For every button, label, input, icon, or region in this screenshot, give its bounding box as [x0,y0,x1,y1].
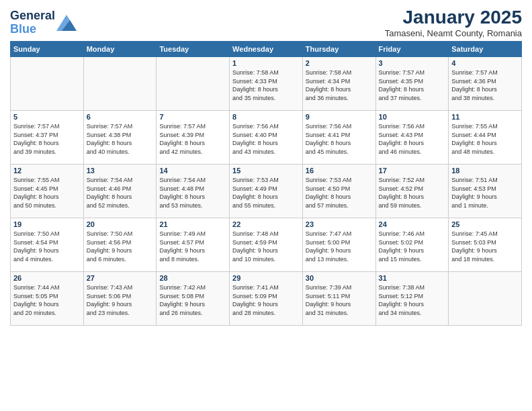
day-info: Sunrise: 7:46 AM Sunset: 5:02 PM Dayligh… [379,230,446,263]
day-info: Sunrise: 7:48 AM Sunset: 4:59 PM Dayligh… [232,230,300,263]
day-number: 29 [232,274,300,282]
logo: GeneralBlue [10,9,77,36]
calendar-cell: 5Sunrise: 7:57 AM Sunset: 4:37 PM Daylig… [11,111,84,165]
calendar-cell: 28Sunrise: 7:42 AM Sunset: 5:08 PM Dayli… [157,272,230,326]
day-info: Sunrise: 7:58 AM Sunset: 4:33 PM Dayligh… [232,68,300,102]
day-number: 15 [232,167,300,175]
calendar-cell: 9Sunrise: 7:56 AM Sunset: 4:41 PM Daylig… [302,111,375,165]
calendar-cell: 8Sunrise: 7:56 AM Sunset: 4:40 PM Daylig… [230,111,303,165]
title-area: January 2025 Tamaseni, Neamt County, Rom… [385,7,522,38]
day-info: Sunrise: 7:56 AM Sunset: 4:43 PM Dayligh… [379,122,446,156]
day-info: Sunrise: 7:54 AM Sunset: 4:48 PM Dayligh… [159,176,226,210]
day-number: 6 [87,113,154,121]
calendar-cell: 13Sunrise: 7:54 AM Sunset: 4:46 PM Dayli… [83,165,157,218]
calendar-cell: 21Sunrise: 7:49 AM Sunset: 4:57 PM Dayli… [157,218,230,272]
day-number: 5 [13,113,81,121]
calendar-cell: 24Sunrise: 7:46 AM Sunset: 5:02 PM Dayli… [375,218,449,272]
day-number: 9 [306,113,373,121]
day-number: 25 [451,220,519,228]
day-number: 30 [306,274,373,282]
day-number: 10 [379,113,446,121]
day-number: 22 [232,220,300,228]
day-number: 23 [306,220,373,228]
day-number: 1 [232,59,300,67]
calendar-cell: 7Sunrise: 7:57 AM Sunset: 4:39 PM Daylig… [157,111,230,165]
logo-icon [56,15,77,31]
day-info: Sunrise: 7:47 AM Sunset: 5:00 PM Dayligh… [306,230,373,263]
day-number: 8 [232,113,300,121]
day-number: 20 [87,220,154,228]
day-info: Sunrise: 7:51 AM Sunset: 4:53 PM Dayligh… [451,176,519,210]
page-container: GeneralBlue January 2025 Tamaseni, Neamt… [0,0,532,332]
calendar-header: SundayMondayTuesdayWednesdayThursdayFrid… [11,42,522,57]
day-number: 17 [379,167,446,175]
day-info: Sunrise: 7:50 AM Sunset: 4:56 PM Dayligh… [87,230,154,263]
calendar-cell: 2Sunrise: 7:58 AM Sunset: 4:34 PM Daylig… [302,57,375,111]
calendar-cell: 16Sunrise: 7:53 AM Sunset: 4:50 PM Dayli… [302,165,375,218]
weekday-header: Monday [83,42,157,57]
day-info: Sunrise: 7:49 AM Sunset: 4:57 PM Dayligh… [159,230,226,263]
day-number: 31 [379,274,446,282]
day-info: Sunrise: 7:44 AM Sunset: 5:05 PM Dayligh… [13,283,81,317]
calendar-cell [449,272,522,326]
day-info: Sunrise: 7:56 AM Sunset: 4:41 PM Dayligh… [306,122,373,156]
day-info: Sunrise: 7:57 AM Sunset: 4:35 PM Dayligh… [379,68,446,102]
day-number: 3 [379,59,446,67]
day-info: Sunrise: 7:50 AM Sunset: 4:54 PM Dayligh… [13,230,81,263]
calendar-cell: 20Sunrise: 7:50 AM Sunset: 4:56 PM Dayli… [83,218,157,272]
day-info: Sunrise: 7:57 AM Sunset: 4:38 PM Dayligh… [87,122,154,156]
calendar-week-row: 1Sunrise: 7:58 AM Sunset: 4:33 PM Daylig… [11,57,522,111]
day-info: Sunrise: 7:58 AM Sunset: 4:34 PM Dayligh… [306,68,373,102]
day-number: 26 [13,274,81,282]
calendar-cell: 18Sunrise: 7:51 AM Sunset: 4:53 PM Dayli… [449,165,522,218]
day-number: 19 [13,220,81,228]
day-info: Sunrise: 7:41 AM Sunset: 5:09 PM Dayligh… [232,283,300,317]
weekday-header: Tuesday [157,42,230,57]
calendar-cell: 14Sunrise: 7:54 AM Sunset: 4:48 PM Dayli… [157,165,230,218]
day-info: Sunrise: 7:38 AM Sunset: 5:12 PM Dayligh… [379,283,446,317]
calendar-cell [157,57,230,111]
day-number: 4 [451,59,519,67]
calendar-cell: 10Sunrise: 7:56 AM Sunset: 4:43 PM Dayli… [375,111,449,165]
calendar-cell: 6Sunrise: 7:57 AM Sunset: 4:38 PM Daylig… [83,111,157,165]
weekday-header: Wednesday [230,42,303,57]
calendar-cell: 4Sunrise: 7:57 AM Sunset: 4:36 PM Daylig… [449,57,522,111]
day-number: 16 [306,167,373,175]
calendar-cell: 22Sunrise: 7:48 AM Sunset: 4:59 PM Dayli… [230,218,303,272]
calendar-cell [11,57,84,111]
weekday-header: Saturday [449,42,522,57]
calendar-cell: 26Sunrise: 7:44 AM Sunset: 5:05 PM Dayli… [11,272,84,326]
location-subtitle: Tamaseni, Neamt County, Romania [385,28,522,38]
day-info: Sunrise: 7:42 AM Sunset: 5:08 PM Dayligh… [159,283,226,317]
day-info: Sunrise: 7:55 AM Sunset: 4:45 PM Dayligh… [13,176,81,210]
calendar-week-row: 5Sunrise: 7:57 AM Sunset: 4:37 PM Daylig… [11,111,522,165]
day-info: Sunrise: 7:53 AM Sunset: 4:50 PM Dayligh… [306,176,373,210]
weekday-header: Sunday [11,42,84,57]
weekday-header: Friday [375,42,449,57]
calendar-cell: 29Sunrise: 7:41 AM Sunset: 5:09 PM Dayli… [230,272,303,326]
day-info: Sunrise: 7:57 AM Sunset: 4:39 PM Dayligh… [159,122,226,156]
day-info: Sunrise: 7:55 AM Sunset: 4:44 PM Dayligh… [451,122,519,156]
day-number: 21 [159,220,226,228]
day-info: Sunrise: 7:54 AM Sunset: 4:46 PM Dayligh… [87,176,154,210]
calendar-cell: 25Sunrise: 7:45 AM Sunset: 5:03 PM Dayli… [449,218,522,272]
day-number: 14 [159,167,226,175]
day-info: Sunrise: 7:45 AM Sunset: 5:03 PM Dayligh… [451,230,519,263]
day-number: 2 [306,59,373,67]
day-info: Sunrise: 7:56 AM Sunset: 4:40 PM Dayligh… [232,122,300,156]
calendar-cell: 19Sunrise: 7:50 AM Sunset: 4:54 PM Dayli… [11,218,84,272]
calendar-cell: 15Sunrise: 7:53 AM Sunset: 4:49 PM Dayli… [230,165,303,218]
calendar-cell: 3Sunrise: 7:57 AM Sunset: 4:35 PM Daylig… [375,57,449,111]
logo-text: GeneralBlue [10,9,55,36]
day-number: 18 [451,167,519,175]
calendar-week-row: 19Sunrise: 7:50 AM Sunset: 4:54 PM Dayli… [11,218,522,272]
day-info: Sunrise: 7:43 AM Sunset: 5:06 PM Dayligh… [87,283,154,317]
calendar-week-row: 26Sunrise: 7:44 AM Sunset: 5:05 PM Dayli… [11,272,522,326]
month-title: January 2025 [385,7,522,28]
day-number: 24 [379,220,446,228]
header: GeneralBlue January 2025 Tamaseni, Neamt… [10,7,522,38]
calendar-cell: 17Sunrise: 7:52 AM Sunset: 4:52 PM Dayli… [375,165,449,218]
day-info: Sunrise: 7:53 AM Sunset: 4:49 PM Dayligh… [232,176,300,210]
day-number: 12 [13,167,81,175]
day-number: 11 [451,113,519,121]
